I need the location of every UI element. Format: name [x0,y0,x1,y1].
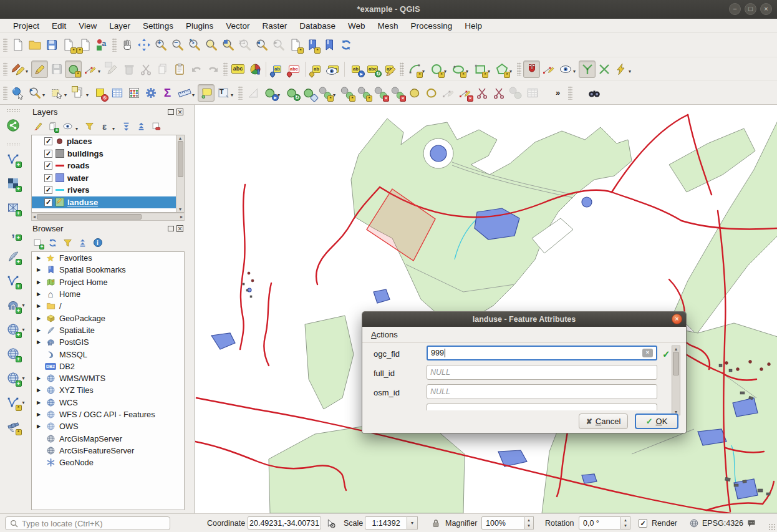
browser-item-home[interactable]: ▶⌂Home [32,288,184,300]
add-rectangle-button[interactable]: * [471,60,488,78]
add-wfs-layer-icon[interactable]: +▾ [5,369,22,387]
statistical-summary-button[interactable]: Σ [159,84,176,102]
select-features-button[interactable] [48,84,65,102]
save-project-button[interactable] [43,36,60,54]
crs-value[interactable]: EPSG:4326 [702,519,743,528]
fill-ring-button[interactable]: × [372,84,389,102]
layer-row-places[interactable]: ✓ places [32,135,184,148]
enable-snapping-button[interactable] [523,60,540,78]
pan-map-button[interactable] [118,36,135,54]
menu-help[interactable]: Help [459,20,488,32]
locator-search-input[interactable]: Type to locate (Ctrl+K) [5,516,170,530]
pin-labels-button[interactable]: ab [269,60,286,78]
cancel-button[interactable]: ✘ Cancel [579,414,628,429]
layer-checkbox[interactable]: ✓ [44,174,52,182]
window-titlebar[interactable]: *example - QGIS − □ × [0,0,777,19]
layers-hscrollbar[interactable]: ◂ ▸ [31,213,185,221]
zoom-out-button[interactable]: − [169,36,186,54]
avoid-intersections-button[interactable] [596,60,612,78]
browser-collapse-all-button[interactable] [76,236,89,249]
maximize-button[interactable]: □ [745,3,756,15]
collapse-all-button[interactable] [135,120,148,133]
layer-diagram-button[interactable] [246,60,263,78]
browser-item-xyz[interactable]: ▶XYZ Tiles [32,384,184,396]
enable-tracing-button[interactable] [579,60,596,78]
browser-filter-button[interactable] [61,236,74,249]
osm-id-input[interactable]: NULL [427,384,657,399]
layer-checkbox[interactable]: ✓ [44,198,52,206]
add-part-button[interactable]: * [355,84,372,102]
redo-button[interactable] [205,60,221,78]
filter-legend-expression-button[interactable]: ε [98,120,111,133]
manage-map-themes-button[interactable] [61,120,74,133]
add-wcs-layer-icon[interactable]: + [5,345,22,362]
deselect-features-button[interactable]: ⦸ [92,84,109,102]
browser-item-arcgis-map-server[interactable]: ArcGisMapServer [32,432,184,444]
move-label-button[interactable]: ab▸ [347,60,364,78]
ok-button[interactable]: ✓ OK [635,414,678,429]
copy-features-button[interactable] [154,60,171,78]
coordinate-value[interactable]: 20.49231,-34.00731 [248,516,321,530]
paste-features-button[interactable] [171,60,188,78]
browser-item-wms[interactable]: ▶WMS/WMTS [32,372,184,384]
menu-web[interactable]: Web [342,20,371,32]
add-spatialite-layer-icon[interactable]: + [5,248,22,265]
browser-item-wfs[interactable]: ▶WFS / OGC API - Features [32,409,184,420]
open-attribute-table-button[interactable] [109,84,125,102]
menu-view[interactable]: View [73,20,102,32]
flash-geometry-button[interactable] [612,60,629,78]
browser-item-mssql[interactable]: MSSQL [32,348,184,360]
digitize-circular-string-button[interactable]: * [406,60,423,78]
run-feature-action-button[interactable]: ▸ [26,84,43,102]
rotate-label-button[interactable]: abc↻ [364,60,381,78]
copy-move-feature-button[interactable]: ▸ [261,84,278,102]
highlight-pinned-labels-button[interactable]: abc [286,60,302,78]
zoom-full-button[interactable]: ⤡ [186,36,203,54]
refresh-map-button[interactable] [337,36,354,54]
processing-toolbox-button[interactable] [142,84,159,102]
menu-project[interactable]: Project [7,20,45,32]
add-circle-button[interactable]: * [428,60,445,78]
split-parts-button[interactable] [473,84,490,102]
browser-properties-button[interactable]: i [91,236,104,249]
split-features-button[interactable]: × [456,84,473,102]
delete-part-button[interactable] [406,84,423,102]
zoom-last-button[interactable]: ◂ [253,36,270,54]
metasearch-button[interactable] [586,84,602,102]
toolbar-overflow-button[interactable]: » [549,84,566,102]
lock-scale-icon[interactable] [430,518,442,529]
close-button[interactable]: × [760,3,772,15]
scale-dropdown-icon[interactable]: ▾ [407,516,418,530]
show-layout-manager-button[interactable]: * [77,36,94,54]
simplify-feature-button[interactable]: * [317,84,334,102]
filter-legend-button[interactable] [83,120,96,133]
extent-pointer-icon[interactable] [325,518,336,529]
browser-item-ows[interactable]: ▶OWS [32,420,184,432]
browser-item-arcgis-feature-server[interactable]: ArcGisFeatureServer [32,445,184,457]
pan-to-selection-button[interactable] [135,36,152,54]
browser-item-spatialite[interactable]: ▶SpatiaLite [32,324,184,336]
cut-features-button[interactable] [137,60,154,78]
delete-selected-button[interactable] [120,60,137,78]
browser-item-geopackage[interactable]: ▶GeoPackage [32,312,184,324]
modify-attributes-button[interactable] [104,60,120,78]
measure-button[interactable] [176,84,193,102]
merge-features-button[interactable] [490,84,507,102]
rotation-spinbox[interactable]: 0,0 ° ▴▾ [579,516,630,530]
add-group-button[interactable]: + [46,120,59,133]
add-ellipse-button[interactable]: * [450,60,466,78]
layers-panel-close-icon[interactable]: × [176,109,183,115]
magnifier-spinbox[interactable]: 100% ▴▾ [481,516,534,530]
browser-item-root[interactable]: ▶/ [32,300,184,312]
new-print-layout-button[interactable]: * [60,36,77,54]
layer-checkbox[interactable]: ✓ [44,150,52,158]
map-tips-button[interactable] [198,84,215,102]
add-virtual-layer-icon[interactable]: + [5,272,22,289]
menu-vector[interactable]: Vector [220,20,255,32]
crs-globe-icon[interactable] [688,518,700,529]
dialog-menu-actions[interactable]: Actions [365,328,404,341]
menu-layer[interactable]: Layer [104,20,136,32]
offset-curve-button[interactable] [300,84,317,102]
identify-features-button[interactable]: i [9,84,26,102]
rotate-feature-button[interactable]: ↻ [283,84,300,102]
